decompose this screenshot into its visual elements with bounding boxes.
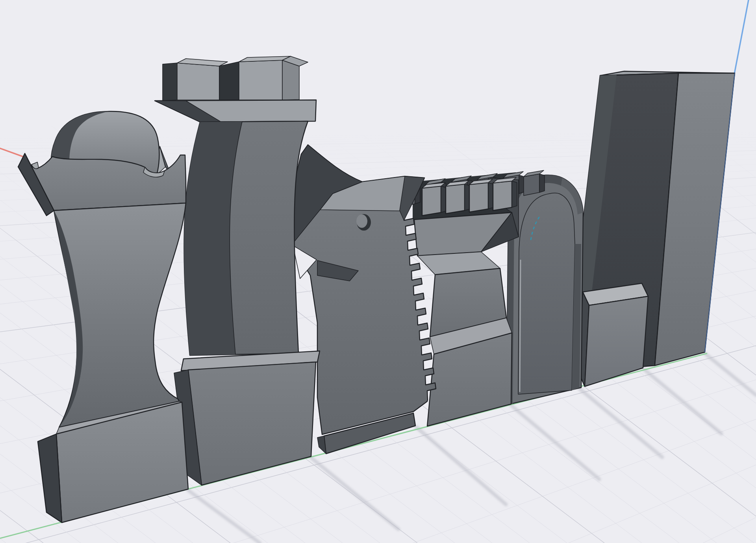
viewport-canvas[interactable] bbox=[0, 0, 756, 543]
cad-viewport[interactable] bbox=[0, 0, 756, 543]
